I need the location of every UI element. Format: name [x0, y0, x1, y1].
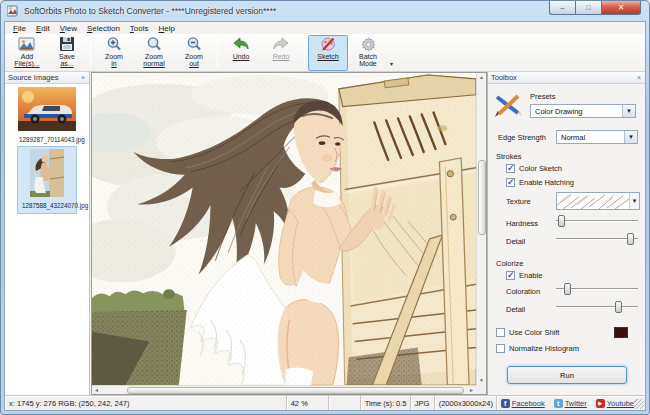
minimize-button[interactable]: –: [549, 1, 575, 15]
menu-bar: File Edit View Selection Tools Help: [5, 22, 645, 34]
hatch-texture-swatch: [557, 193, 629, 209]
colorize-detail-slider[interactable]: [556, 301, 638, 313]
normalize-histogram-checkbox[interactable]: Normalize Histogram: [496, 344, 579, 353]
strokes-detail-label: Detail: [506, 237, 525, 246]
social-links: f Facebook t Twitter ▶ Youtube: [497, 396, 645, 410]
woman-thumbnail-image: [30, 149, 64, 197]
menu-edit[interactable]: Edit: [31, 24, 55, 33]
chevron-down-icon: ▼: [629, 193, 639, 209]
undo-button[interactable]: Undo: [221, 35, 261, 71]
vertical-scroll-thumb[interactable]: [478, 160, 486, 235]
coloration-slider-thumb[interactable]: [564, 283, 571, 295]
zoom-level: 42 %: [287, 396, 329, 410]
color-sketch-checkbox[interactable]: ✓ Color Sketch: [506, 164, 562, 173]
add-files-button[interactable]: Add File(s)...: [7, 35, 47, 71]
maximize-button[interactable]: □: [575, 1, 601, 15]
app-icon: [7, 5, 19, 17]
colorize-enable-checkbox[interactable]: ✓ Enable: [506, 271, 542, 280]
colorize-section-label: Colorize: [496, 259, 524, 268]
canvas-horizontal-scrollbar[interactable]: ◄ ►: [92, 385, 476, 394]
save-as-button[interactable]: Save as...: [47, 35, 87, 71]
coloration-slider[interactable]: [556, 283, 638, 295]
menu-view[interactable]: View: [55, 24, 82, 33]
toolbox-header: Toolbox ×: [488, 72, 645, 84]
file-format: JPG: [411, 396, 435, 410]
sketch-preview-image[interactable]: [92, 73, 476, 385]
source-panel-header: Source Images ×: [5, 72, 89, 84]
edge-strength-dropdown[interactable]: Normal ▼: [556, 130, 638, 144]
facebook-link[interactable]: f Facebook: [501, 399, 545, 408]
canvas-vertical-scrollbar[interactable]: ▲ ▼: [476, 73, 486, 385]
menu-selection[interactable]: Selection: [82, 24, 125, 33]
redo-button[interactable]: Redo: [261, 35, 301, 71]
hardness-label: Hardness: [506, 219, 538, 228]
twitter-link[interactable]: t Twitter: [554, 399, 587, 408]
status-bar: x: 1745 y: 276 RGB: (250, 242, 247) 42 %…: [5, 395, 645, 410]
zoom-normal-icon: [145, 36, 163, 53]
colorize-detail-label: Detail: [506, 305, 525, 314]
chevron-down-icon: ▼: [622, 105, 635, 117]
processing-time: Time (s): 0.5: [361, 396, 411, 410]
menu-file[interactable]: File: [8, 24, 31, 33]
presets-label: Presets: [530, 92, 555, 101]
youtube-icon: ▶: [596, 399, 605, 408]
zoom-normal-button[interactable]: Zoom normal: [134, 35, 174, 71]
source-filename: 1287588_43224070.jpg: [20, 201, 74, 211]
batch-mode-button[interactable]: Batch Mode: [348, 35, 388, 71]
scroll-down-icon[interactable]: ▼: [479, 378, 484, 383]
colorize-detail-slider-thumb[interactable]: [615, 301, 622, 313]
close-button[interactable]: ✕: [601, 1, 641, 15]
image-dimensions: (2000x3000x24): [435, 396, 497, 410]
hardness-slider[interactable]: [556, 215, 638, 227]
source-filename: 1289287_70114043.jpg: [17, 135, 77, 145]
strokes-detail-slider[interactable]: [556, 233, 638, 245]
scrollbar-corner: [476, 385, 486, 394]
chevron-down-icon: ▼: [624, 131, 637, 143]
add-file-icon: [18, 36, 36, 53]
run-button[interactable]: Run: [507, 366, 627, 384]
redo-icon: [272, 36, 290, 53]
menu-help[interactable]: Help: [154, 24, 180, 33]
canvas-area: ▲ ▼ ◄ ►: [91, 72, 487, 395]
presets-dropdown[interactable]: Color Drawing ▼: [530, 104, 636, 118]
toolbar-separator: [304, 36, 305, 69]
menu-tools[interactable]: Tools: [125, 24, 154, 33]
app-window: SoftOrbits Photo to Sketch Converter - *…: [0, 0, 650, 415]
scroll-left-icon[interactable]: ◄: [94, 388, 99, 393]
scroll-up-icon[interactable]: ▲: [479, 75, 484, 80]
title-bar[interactable]: SoftOrbits Photo to Sketch Converter - *…: [1, 1, 649, 21]
zoom-in-icon: [105, 36, 123, 53]
texture-dropdown[interactable]: ▼: [556, 192, 640, 210]
scroll-right-icon[interactable]: ►: [469, 388, 474, 393]
twitter-icon: t: [554, 399, 563, 408]
zoom-out-icon: [185, 36, 203, 53]
coloration-label: Coloration: [506, 287, 540, 296]
source-panel-close-icon[interactable]: ×: [80, 74, 86, 81]
toolbar-separator: [90, 36, 91, 69]
strokes-section-label: Strokes: [496, 152, 521, 161]
resize-grip-icon[interactable]: [634, 399, 644, 409]
enable-hatching-checkbox[interactable]: ✓ Enable Hatching: [506, 178, 574, 187]
facebook-icon: f: [501, 399, 510, 408]
strokes-detail-slider-thumb[interactable]: [627, 233, 634, 245]
sketch-icon: [319, 36, 337, 53]
toolbox-close-icon[interactable]: ×: [636, 74, 642, 81]
source-thumbnail-woman[interactable]: 1287588_43224070.jpg: [17, 146, 77, 214]
hardness-slider-thumb[interactable]: [558, 215, 565, 227]
horizontal-scroll-thumb[interactable]: [127, 387, 465, 394]
toolbar-overflow-icon[interactable]: ▾: [390, 60, 393, 67]
zoom-out-button[interactable]: Zoom out: [174, 35, 214, 71]
toolbar-separator: [217, 36, 218, 69]
source-thumbnail-truck[interactable]: 1289287_70114043.jpg: [17, 87, 77, 145]
color-shift-swatch[interactable]: [614, 327, 628, 338]
empty-segment: [329, 396, 361, 410]
youtube-link[interactable]: ▶ Youtube: [596, 399, 634, 408]
toolbox-panel: Toolbox × Presets Color Drawing ▼ Edge S…: [487, 72, 645, 395]
use-color-shift-checkbox[interactable]: Use Color Shift: [496, 328, 559, 337]
zoom-in-button[interactable]: Zoom in: [94, 35, 134, 71]
sketch-button[interactable]: Sketch: [308, 35, 348, 71]
window-title: SoftOrbits Photo to Sketch Converter - *…: [24, 6, 276, 16]
sketch-artwork: [92, 73, 476, 385]
pencils-icon: [494, 92, 522, 120]
source-images-panel: Source Images × 1289: [5, 72, 90, 395]
